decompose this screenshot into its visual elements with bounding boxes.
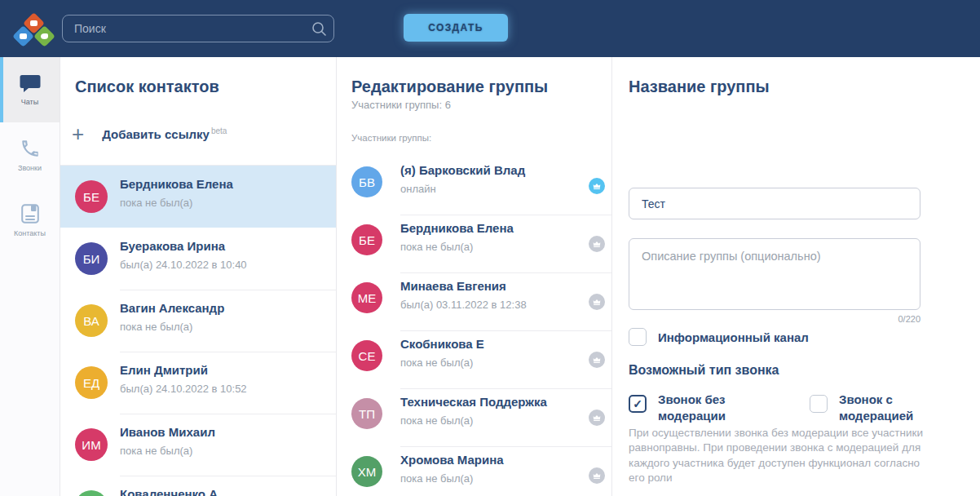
- member-name: Бердникова Елена: [400, 221, 514, 235]
- moderated-label: Звонок с модерацией: [839, 392, 929, 423]
- member-status: пока не был(а): [400, 356, 473, 369]
- avatar: БЕ: [75, 180, 108, 213]
- top-navbar: СОЗДАТЬ: [0, 0, 980, 57]
- admin-crown-icon[interactable]: [589, 236, 605, 252]
- contact-status: был(а) 24.10.2022 в 10:52: [120, 383, 247, 395]
- member-status: был(а) 03.11.2022 в 12:38: [400, 299, 527, 311]
- group-edit-title: Редактирование группы: [351, 78, 548, 96]
- member-row[interactable]: ХМ Хромова Марина пока не был(а): [337, 446, 611, 496]
- member-row[interactable]: ТП Техническая Поддержка пока не был(а): [337, 388, 611, 446]
- contact-name: Коваленченко А: [120, 487, 218, 496]
- avatar: ЕД: [75, 366, 108, 399]
- avatar: СЕ: [351, 340, 382, 371]
- rail-item-chats[interactable]: Чаты: [0, 57, 60, 122]
- contact-name: Бердникова Елена: [120, 177, 233, 191]
- admin-crown-icon[interactable]: [589, 410, 605, 426]
- member-status: пока не был(а): [400, 414, 473, 427]
- app-logo-icon: [13, 8, 55, 51]
- member-row[interactable]: МЕ Минаева Евгения был(а) 03.11.2022 в 1…: [337, 272, 611, 330]
- member-list: БВ (я) Барковский Влад онлайн БЕ Бердник…: [337, 157, 611, 496]
- member-name: Скобникова Е: [400, 337, 484, 351]
- search-input[interactable]: [62, 15, 334, 42]
- avatar: МЕ: [351, 282, 382, 313]
- beta-badge: beta: [211, 126, 227, 135]
- members-label: Участники группы:: [351, 133, 431, 143]
- no-moderation-label: Звонок без модерации: [658, 392, 748, 423]
- avatar: БЕ: [351, 224, 382, 255]
- channel-checkbox-label: Информационный канал: [658, 330, 809, 344]
- admin-crown-icon[interactable]: [589, 467, 605, 484]
- add-link-button[interactable]: + Добавить ссылкуbeta: [72, 124, 227, 144]
- avatar: КА: [75, 490, 108, 496]
- admin-crown-icon[interactable]: [589, 178, 605, 194]
- contact-list: БЕ Бердникова Елена пока не был(а) БИ Бу…: [60, 165, 336, 496]
- contact-row[interactable]: ЕД Елин Дмитрий был(а) 24.10.2022 в 10:5…: [60, 352, 336, 414]
- call-type-help-text: При осуществлении звонка без модерации в…: [629, 426, 937, 485]
- members-count: Участники группы: 6: [351, 99, 451, 111]
- chat-bubble-icon: [20, 73, 41, 93]
- plus-icon: +: [72, 124, 84, 144]
- member-row[interactable]: БВ (я) Барковский Влад онлайн: [337, 157, 611, 215]
- member-row[interactable]: СЕ Скобникова Е пока не был(а): [337, 330, 611, 388]
- member-status: пока не был(а): [400, 241, 473, 253]
- rail-label-contacts: Контакты: [14, 229, 46, 237]
- contact-name: Иванов Михаил: [120, 425, 215, 439]
- left-rail: Чаты Звонки Контакты: [0, 57, 60, 496]
- avatar: ТП: [351, 398, 382, 429]
- avatar: БИ: [75, 242, 108, 275]
- member-status: онлайн: [400, 183, 436, 195]
- contact-name: Буеракова Ирина: [120, 239, 225, 253]
- create-button[interactable]: СОЗДАТЬ: [404, 14, 508, 42]
- channel-checkbox[interactable]: [629, 328, 647, 346]
- admin-crown-icon[interactable]: [589, 294, 605, 310]
- group-edit-panel: Редактирование группы Участники группы: …: [337, 57, 612, 496]
- contacts-panel: Список контактов + Добавить ссылкуbeta Б…: [60, 57, 337, 496]
- rail-label-calls: Звонки: [18, 164, 42, 172]
- add-link-label: Добавить ссылкуbeta: [102, 126, 227, 141]
- contact-row[interactable]: БИ Буеракова Ирина был(а) 24.10.2022 в 1…: [60, 228, 336, 290]
- contact-status: пока не был(а): [120, 445, 192, 457]
- contact-row[interactable]: ИМ Иванов Михаил пока не был(а): [60, 414, 336, 476]
- contact-name: Вагин Александр: [120, 301, 224, 315]
- contact-row[interactable]: БЕ Бердникова Елена пока не был(а): [60, 166, 336, 228]
- member-name: Техническая Поддержка: [400, 395, 547, 409]
- avatar: ИМ: [75, 428, 108, 461]
- rail-item-contacts[interactable]: Контакты: [0, 188, 60, 253]
- avatar: ХМ: [351, 456, 382, 487]
- contact-status: пока не был(а): [120, 321, 192, 333]
- admin-crown-icon[interactable]: [589, 352, 605, 368]
- member-name: (я) Барковский Влад: [400, 163, 525, 177]
- group-description-textarea[interactable]: [629, 238, 920, 310]
- group-name-input[interactable]: [629, 188, 920, 219]
- group-avatar[interactable]: Т: [629, 120, 678, 169]
- contact-status: пока не был(а): [120, 197, 192, 209]
- member-name: Минаева Евгения: [400, 279, 506, 293]
- avatar: БВ: [351, 166, 382, 197]
- moderated-checkbox[interactable]: [810, 395, 828, 413]
- member-row[interactable]: БЕ Бердникова Елена пока не был(а): [337, 215, 611, 272]
- call-type-title: Возможный тип звонка: [629, 363, 779, 378]
- contacts-title: Список контактов: [75, 78, 219, 96]
- contact-name: Елин Дмитрий: [120, 363, 208, 377]
- avatar: ВА: [75, 304, 108, 337]
- contact-status: был(а) 24.10.2022 в 10:40: [120, 259, 247, 271]
- contact-row[interactable]: КА Коваленченко А: [60, 476, 336, 496]
- phone-icon: [20, 138, 41, 159]
- contact-row[interactable]: ВА Вагин Александр пока не был(а): [60, 290, 336, 352]
- contacts-book-icon: [20, 203, 40, 224]
- no-moderation-checkbox[interactable]: [629, 395, 647, 413]
- call-option-moderated: Звонок с модерацией: [810, 392, 929, 423]
- char-counter: 0/220: [629, 314, 920, 324]
- rail-item-calls[interactable]: Звонки: [0, 122, 60, 188]
- group-settings-panel: Название группы Т 0/220 Информационный к…: [612, 57, 980, 496]
- group-name-title: Название группы: [629, 78, 770, 96]
- rail-label-chats: Чаты: [21, 98, 38, 106]
- search-icon: [311, 21, 326, 36]
- member-name: Хромова Марина: [400, 453, 504, 467]
- member-status: пока не был(а): [400, 472, 473, 485]
- call-option-no-moderation: Звонок без модерации: [629, 392, 748, 423]
